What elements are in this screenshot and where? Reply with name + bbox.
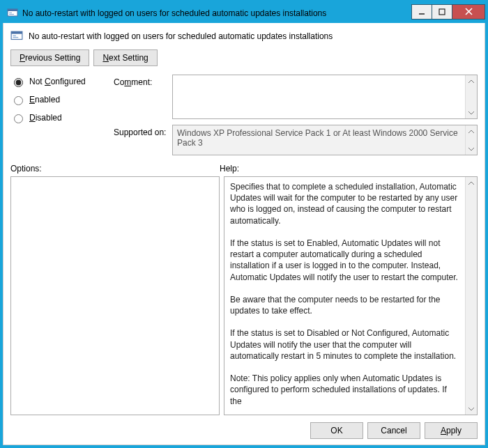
radio-disabled-input[interactable] — [14, 114, 23, 123]
config-grid: Not Configured Enabled Disabled Comment: — [10, 75, 478, 155]
options-label: Options: — [10, 164, 220, 173]
close-icon — [465, 8, 473, 15]
comment-box — [172, 75, 478, 119]
svg-rect-9 — [11, 31, 22, 33]
options-body — [11, 177, 219, 415]
supported-scrollbar[interactable] — [465, 125, 477, 155]
scroll-up-icon — [466, 177, 477, 189]
help-scrollbar[interactable] — [465, 177, 477, 415]
supported-on-box: Windows XP Professional Service Pack 1 o… — [172, 125, 478, 155]
radio-enabled-label: Enabled — [29, 95, 60, 105]
radio-disabled[interactable]: Disabled — [10, 112, 111, 123]
apply-label-rest: pply — [446, 426, 462, 435]
comment-scrollbar[interactable] — [465, 75, 477, 118]
options-panel — [10, 176, 220, 415]
minimize-icon — [418, 8, 425, 15]
supported-on-label: Supported on: — [114, 125, 169, 155]
ok-button[interactable]: OK — [310, 422, 363, 439]
policy-icon — [10, 30, 23, 43]
radio-disabled-label: Disabled — [29, 113, 62, 123]
comment-textarea[interactable] — [173, 75, 465, 118]
apply-mnemonic: A — [441, 426, 446, 435]
radio-not-configured-input[interactable] — [14, 78, 23, 87]
scroll-down-icon — [466, 107, 477, 118]
maximize-button[interactable] — [432, 4, 452, 20]
supported-on-text: Windows XP Professional Service Pack 1 o… — [173, 125, 465, 155]
cancel-button[interactable]: Cancel — [367, 422, 420, 439]
titlebar[interactable]: No auto-restart with logged on users for… — [3, 3, 485, 23]
svg-rect-2 — [9, 13, 12, 13]
state-radios: Not Configured Enabled Disabled — [10, 75, 111, 155]
next-setting-button[interactable]: Next Setting — [93, 49, 157, 66]
header-row: No auto-restart with logged on users for… — [10, 30, 478, 43]
minimize-button[interactable] — [411, 4, 432, 20]
radio-enabled-input[interactable] — [14, 96, 23, 105]
previous-setting-button[interactable]: Previous Setting — [10, 49, 89, 66]
next-label-rest: ext Setting — [109, 53, 148, 63]
scroll-up-icon — [466, 75, 477, 87]
page-title: No auto-restart with logged on users for… — [29, 31, 333, 41]
scroll-down-icon — [466, 143, 477, 155]
help-label: Help: — [220, 164, 239, 173]
maximize-icon — [439, 8, 445, 15]
scroll-up-icon — [466, 125, 477, 137]
apply-button[interactable]: Apply — [425, 422, 478, 439]
help-panel: Specifies that to complete a scheduled i… — [224, 176, 478, 415]
app-icon — [7, 8, 18, 19]
radio-enabled[interactable]: Enabled — [10, 94, 111, 105]
prev-label-rest: revious Setting — [25, 53, 80, 63]
svg-rect-5 — [439, 9, 445, 15]
svg-rect-3 — [9, 14, 14, 15]
policy-dialog-window: No auto-restart with logged on users for… — [3, 3, 485, 445]
window-buttons — [412, 4, 485, 20]
close-button[interactable] — [452, 4, 485, 20]
panels-row: Specifies that to complete a scheduled i… — [10, 176, 478, 415]
scroll-down-icon — [466, 403, 477, 415]
radio-not-configured-label: Not Configured — [29, 77, 86, 86]
nav-row: Previous Setting Next Setting — [10, 49, 478, 66]
help-body: Specifies that to complete a scheduled i… — [224, 177, 465, 415]
prev-mnemonic: P — [20, 53, 25, 63]
comment-label: Comment: — [114, 75, 169, 119]
panel-labels: Options: Help: — [10, 164, 478, 173]
svg-rect-10 — [13, 36, 16, 36]
svg-rect-1 — [8, 9, 17, 11]
svg-rect-11 — [13, 37, 18, 38]
window-title: No auto-restart with logged on users for… — [22, 8, 412, 18]
radio-not-configured[interactable]: Not Configured — [10, 76, 111, 87]
client-area: No auto-restart with logged on users for… — [3, 23, 485, 445]
footer: OK Cancel Apply — [10, 415, 478, 439]
next-mnemonic: N — [102, 53, 109, 63]
